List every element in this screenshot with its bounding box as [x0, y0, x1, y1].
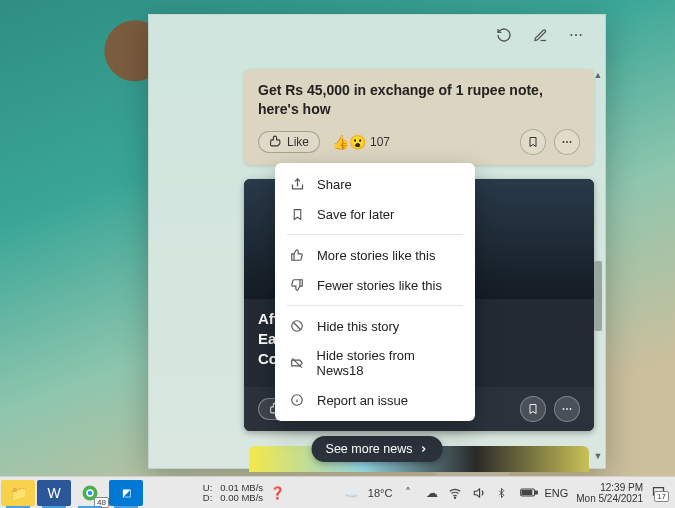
- help-icon[interactable]: ❓: [269, 486, 285, 500]
- svg-point-3: [563, 141, 565, 143]
- scroll-track[interactable]: [593, 81, 603, 450]
- reaction-count: 107: [370, 135, 390, 149]
- share-icon: [289, 176, 305, 192]
- menu-fewer-like[interactable]: Fewer stories like this: [275, 270, 475, 300]
- svg-point-2: [580, 34, 582, 36]
- menu-separator: [287, 305, 463, 306]
- panel-more-button[interactable]: [565, 24, 587, 46]
- taskbar-pinned: 📁 W 48 ◩: [0, 477, 144, 508]
- block-icon: [289, 318, 305, 334]
- onedrive-icon[interactable]: ☁: [424, 486, 440, 500]
- bookmark-button[interactable]: [520, 129, 546, 155]
- system-tray: ☁️ 18°C ˄ ☁ ENG 12:39 PM Mon 5/24/2021 1…: [344, 482, 675, 504]
- see-more-label: See more news: [326, 442, 413, 456]
- card-more-button[interactable]: [554, 396, 580, 422]
- svg-point-5: [570, 141, 572, 143]
- menu-separator: [287, 234, 463, 235]
- bookmark-icon: [527, 403, 539, 415]
- net-speed: U: 0.01 MB/s D: 0.00 MB/s: [203, 483, 263, 503]
- news-card[interactable]: Get Rs 45,000 in exchange of 1 rupee not…: [244, 69, 594, 165]
- taskbar-app-generic[interactable]: ◩: [109, 480, 143, 506]
- bookmark-icon: [289, 206, 305, 222]
- svg-point-7: [566, 408, 568, 410]
- wifi-icon[interactable]: [448, 486, 464, 500]
- bluetooth-icon[interactable]: [496, 486, 512, 500]
- language-indicator[interactable]: ENG: [544, 487, 568, 499]
- panel-toolbar: [149, 15, 605, 55]
- tray-chevron-icon[interactable]: ˄: [400, 486, 416, 500]
- action-center-icon[interactable]: 17: [651, 485, 667, 500]
- svg-rect-17: [523, 490, 533, 494]
- svg-point-8: [570, 408, 572, 410]
- thumbs-down-icon: [289, 277, 305, 293]
- taskbar: 📁 W 48 ◩ U: 0.01 MB/s D: 0.00 MB/s ❓ ☁️ …: [0, 476, 675, 508]
- chrome-badge: 48: [94, 497, 109, 508]
- bookmark-icon: [527, 136, 539, 148]
- hide-source-icon: [289, 355, 305, 371]
- menu-hide-story[interactable]: Hide this story: [275, 311, 475, 341]
- story-context-menu: Share Save for later More stories like t…: [275, 163, 475, 421]
- menu-hide-source[interactable]: Hide stories from News18: [275, 341, 475, 385]
- menu-more-like[interactable]: More stories like this: [275, 240, 475, 270]
- scroll-down-icon[interactable]: ▼: [593, 450, 603, 462]
- taskbar-center: U: 0.01 MB/s D: 0.00 MB/s ❓: [144, 483, 344, 503]
- battery-icon[interactable]: [520, 487, 536, 498]
- svg-point-6: [563, 408, 565, 410]
- thumbs-up-icon: [269, 135, 282, 148]
- chevron-right-icon: [418, 444, 428, 454]
- like-label: Like: [287, 135, 309, 149]
- svg-rect-16: [536, 491, 538, 494]
- menu-report[interactable]: Report an issue: [275, 385, 475, 415]
- weather-icon[interactable]: ☁️: [344, 486, 360, 500]
- taskbar-app-explorer[interactable]: 📁: [1, 480, 35, 506]
- more-icon: [561, 403, 573, 415]
- menu-share[interactable]: Share: [275, 169, 475, 199]
- bookmark-button[interactable]: [520, 396, 546, 422]
- scroll-thumb[interactable]: [594, 261, 602, 331]
- taskbar-app-word[interactable]: W: [37, 480, 71, 506]
- info-icon: [289, 392, 305, 408]
- thumbs-up-icon: [289, 247, 305, 263]
- refresh-button[interactable]: [493, 24, 515, 46]
- reaction-emoji-icon: 👍😮: [332, 134, 366, 150]
- svg-point-4: [566, 141, 568, 143]
- more-icon: [561, 136, 573, 148]
- like-button[interactable]: Like: [258, 131, 320, 153]
- card-actions: Like 👍😮 107: [258, 129, 580, 155]
- volume-icon[interactable]: [472, 486, 488, 500]
- weather-temp[interactable]: 18°C: [368, 487, 393, 499]
- card-more-button[interactable]: [554, 129, 580, 155]
- reactions[interactable]: 👍😮 107: [332, 134, 390, 150]
- svg-point-13: [88, 490, 93, 495]
- clock[interactable]: 12:39 PM Mon 5/24/2021: [576, 482, 643, 504]
- action-center-badge: 17: [654, 491, 669, 502]
- svg-point-14: [455, 497, 456, 498]
- feed-scrollbar[interactable]: ▲ ▼: [593, 69, 603, 462]
- card-headline: Get Rs 45,000 in exchange of 1 rupee not…: [258, 81, 580, 119]
- see-more-button[interactable]: See more news: [312, 436, 443, 462]
- taskbar-app-chrome[interactable]: 48: [73, 480, 107, 506]
- scroll-up-icon[interactable]: ▲: [593, 69, 603, 81]
- svg-point-1: [575, 34, 577, 36]
- menu-save[interactable]: Save for later: [275, 199, 475, 229]
- edit-button[interactable]: [529, 24, 551, 46]
- svg-point-0: [570, 34, 572, 36]
